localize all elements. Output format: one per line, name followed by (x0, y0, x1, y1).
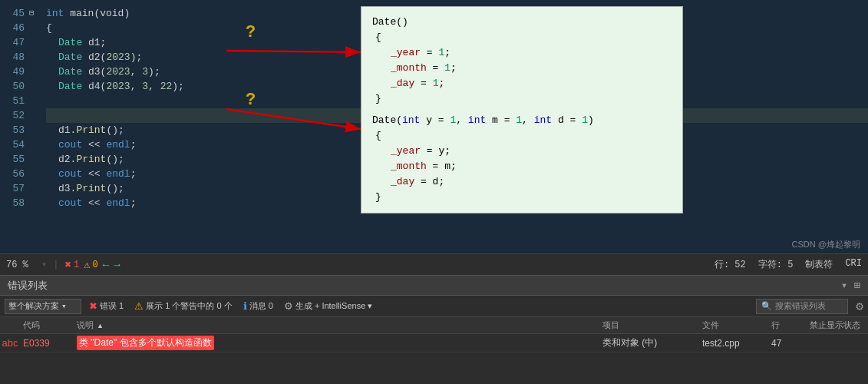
col-header-code: 代码 (20, 319, 74, 331)
question-mark-2: ? (246, 91, 256, 110)
tooltip-field-month1: _month = 1; (372, 61, 672, 76)
scope-dropdown[interactable]: 整个解决方案 ▾ (5, 299, 81, 314)
col-header-desc[interactable]: 说明 ▲ (74, 319, 599, 331)
watermark: CSDN @烽起黎明 (792, 239, 860, 250)
next-error-button[interactable]: → (114, 259, 120, 271)
col-header-proj: 项目 (599, 319, 699, 331)
warn-icon: ⚠ (84, 258, 90, 271)
warn-filter-btn[interactable]: ⚠ 展示 1 个警告中的 0 个 (131, 300, 235, 313)
zoom-level[interactable]: 76 % (6, 260, 37, 270)
status-bar: 76 % ▾ | ✖ 1 ⚠ 0 ← → 行: 52 字符: 5 制表符 CRI (0, 253, 868, 275)
tooltip-field-day1: _day = 1; (372, 76, 672, 91)
col-header-file: 文件 (699, 319, 768, 331)
sort-icon: ▲ (97, 322, 104, 329)
dropdown-arrow: ▾ (61, 301, 67, 311)
error-table-header: 代码 说明 ▲ 项目 文件 行 禁止显示状态 (0, 317, 868, 334)
error-panel: 错误列表 ▾ ⊞ 整个解决方案 ▾ ✖ 错误 1 ⚠ 展示 1 个警告中的 0 … (0, 275, 868, 384)
col-header-line: 行 (768, 319, 807, 331)
error-toolbar: 整个解决方案 ▾ ✖ 错误 1 ⚠ 展示 1 个警告中的 0 个 ℹ 消息 0 … (0, 296, 868, 317)
question-mark-1: ? (246, 23, 256, 42)
status-info: 行: 52 字符: 5 制表符 CRI (715, 258, 862, 271)
error-filter-btn[interactable]: ✖ 错误 1 (86, 300, 127, 313)
row-project: 类和对象 (中) (599, 336, 699, 349)
tooltip-field-day2: _day = d; (372, 174, 672, 190)
search-options-icon[interactable]: ⚙ (856, 299, 863, 314)
tooltip-body2-open: { (372, 128, 672, 144)
info-filter-icon: ℹ (243, 300, 247, 312)
error-count-badge: ✖ 1 (64, 258, 79, 271)
build-intellisense-btn[interactable]: ⚙ 生成 + IntelliSense ▾ (281, 300, 375, 313)
cursor-line: 行: 52 (715, 258, 746, 271)
row-description: 类 "Date" 包含多个默认构造函数 (74, 336, 599, 350)
info-filter-btn[interactable]: ℹ 消息 0 (240, 300, 276, 313)
line-numbers: 45 46 47 48 49 50 51 52 53 54 55 56 57 5… (0, 0, 29, 253)
search-error-input[interactable]: 🔍 搜索错误列表 (756, 299, 848, 314)
build-icon: ⚙ (284, 300, 293, 312)
error-icon: ✖ (64, 258, 71, 271)
table-row[interactable]: abc E0339 类 "Date" 包含多个默认构造函数 类和对象 (中) t… (0, 334, 868, 353)
tooltip-constructor1: Date() (372, 15, 672, 30)
encoding: 制表符 (805, 258, 833, 271)
tooltip-field-year1: _year = 1; (372, 45, 672, 61)
col-header-suppress: 禁止显示状态 (807, 319, 868, 331)
warn-filter-icon: ⚠ (134, 300, 144, 312)
search-icon: 🔍 (761, 301, 772, 311)
line-format: CRI (845, 258, 862, 271)
error-description-text: 类 "Date" 包含多个默认构造函数 (77, 336, 214, 350)
intellisense-tooltip: Date() { _year = 1; _month = 1; _day = 1… (361, 6, 683, 214)
cursor-char: 字符: 5 (758, 258, 794, 271)
error-row-icon: abc (2, 337, 18, 349)
error-panel-title: 错误列表 (8, 279, 48, 293)
error-filter-icon: ✖ (89, 300, 97, 312)
row-line: 47 (768, 338, 807, 349)
tooltip-field-year2: _year = y; (372, 144, 672, 159)
panel-pin-button[interactable]: ▾ ⊞ (841, 279, 860, 292)
row-file: test2.cpp (699, 338, 768, 349)
row-type-icon: abc (0, 337, 20, 349)
tooltip-body1: { (372, 30, 672, 45)
row-code: E0339 (20, 338, 74, 349)
tooltip-close1: } (372, 91, 672, 107)
warn-count-badge: ⚠ 0 (84, 258, 98, 271)
build-dropdown-arrow: ▾ (368, 301, 372, 311)
error-panel-titlebar: 错误列表 ▾ ⊞ (0, 276, 868, 296)
prev-error-button[interactable]: ← (103, 259, 109, 271)
tooltip-body2-close: } (372, 190, 672, 205)
code-editor: 45 46 47 48 49 50 51 52 53 54 55 56 57 5… (0, 0, 868, 253)
tooltip-field-month2: _month = m; (372, 159, 672, 174)
tooltip-constructor2: Date(int y = 1, int m = 1, int d = 1) (372, 113, 672, 128)
